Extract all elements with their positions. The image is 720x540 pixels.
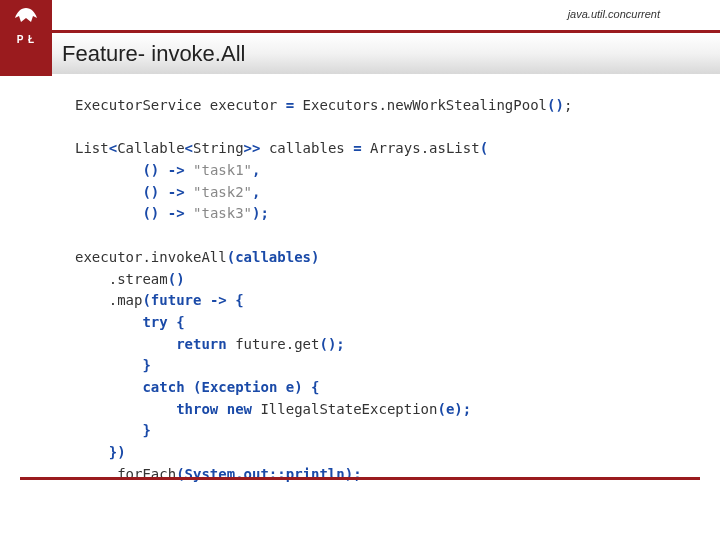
code-content: ExecutorService executor = Executors.new…	[75, 95, 680, 485]
logo-letters: P Ł	[17, 34, 35, 45]
footer-divider	[20, 477, 700, 480]
eagle-icon	[11, 6, 41, 28]
university-logo: P Ł	[0, 0, 52, 76]
package-label: java.util.concurrent	[568, 8, 660, 20]
slide-title: Feature- invoke.All	[62, 41, 245, 67]
title-bar: Feature- invoke.All	[52, 30, 720, 74]
code-block: ExecutorService executor = Executors.new…	[75, 95, 680, 485]
